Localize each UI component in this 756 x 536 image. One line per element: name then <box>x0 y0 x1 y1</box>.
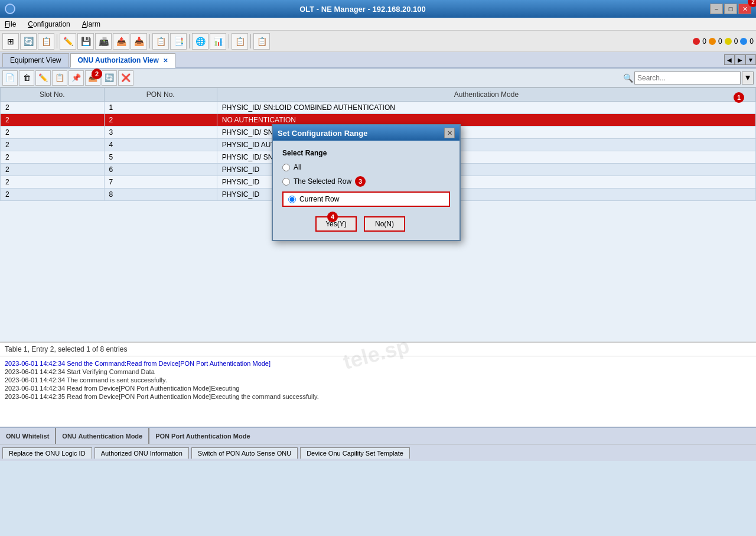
tab-prev-btn[interactable]: ◀ <box>724 54 735 65</box>
view-btn-new[interactable]: 📄 <box>2 70 18 86</box>
log-line: 2023-06-01 14:42:34 The command is sent … <box>5 376 751 384</box>
cell-slot: 2 <box>1 139 105 151</box>
view-btn-refresh[interactable]: 🔄 <box>102 70 117 86</box>
separator-3 <box>189 34 190 48</box>
search-area: 🔍 ▼ <box>623 72 754 85</box>
toolbar-btn-7[interactable]: 📤 <box>113 33 129 50</box>
cell-auth: PHYSIC_ID/ SN:LOID COMBINED AUTHENTICATI… <box>217 102 755 114</box>
table-header-row: Slot No. PON No. Authentication Mode <box>1 88 756 102</box>
tabs-bar: Equipment View ONU Authorization View ✕ … <box>0 52 756 69</box>
badge-1: 1 <box>734 92 744 103</box>
dialog-titlebar: Set Configuration Range ✕ <box>273 125 460 141</box>
toolbar-btn-4[interactable]: ✏️ <box>60 33 76 50</box>
toolbar-btn-5[interactable]: 💾 <box>77 33 94 50</box>
status-indicators: 0 0 0 0 <box>693 37 754 46</box>
search-icon: 🔍 <box>623 73 633 83</box>
radio-all-input[interactable] <box>282 164 290 171</box>
sub-tab-device[interactable]: Device Onu Capility Set Template <box>300 447 410 459</box>
bottom-tabs-row2: Replace the ONU Logic ID Authorized ONU … <box>0 444 756 462</box>
radio-current-row[interactable]: Current Row <box>282 191 450 207</box>
dialog-title: Set Configuration Range <box>278 129 367 138</box>
sub-tab-switch[interactable]: Switch of PON Auto Sense ONU <box>191 447 298 459</box>
tab-nav-arrows: ◀ ▶ ▼ <box>724 54 756 65</box>
cell-pon: 1 <box>104 102 217 114</box>
dialog-close-button[interactable]: ✕ <box>444 128 455 138</box>
status-yellow-count: 0 <box>734 37 738 46</box>
search-dropdown-btn[interactable]: ▼ <box>742 72 754 85</box>
separator-5 <box>250 34 251 48</box>
radio-all[interactable]: All <box>282 163 450 171</box>
sub-tab-replace[interactable]: Replace the ONU Logic ID <box>2 447 92 459</box>
status-bar: Table 1, Entry 2, selected 1 of 8 entrie… <box>0 342 756 356</box>
toolbar-btn-6[interactable]: 📠 <box>95 33 112 50</box>
bottom-tab-group-auth: ONU Authentication Mode <box>56 428 149 444</box>
view-toolbar: 📄 🗑 ✏️ 📋 📌 📤 2 🔄 ❌ 🔍 ▼ <box>0 69 756 87</box>
badge-1-container: 1 <box>734 92 744 103</box>
cell-slot: 2 <box>1 189 105 201</box>
radio-selected-row[interactable]: The Selected Row 3 <box>282 176 450 187</box>
tab-close-icon[interactable]: ✕ <box>163 57 168 64</box>
app-icon <box>5 4 15 14</box>
bottom-group-label-1: ONU Whitelist <box>2 431 53 441</box>
tab-dropdown-btn[interactable]: ▼ <box>745 54 756 65</box>
view-btn-paste[interactable]: 📌 <box>69 70 84 86</box>
tab-onu-auth-view[interactable]: ONU Authorization View ✕ 2 <box>70 53 176 68</box>
sub-tab-authorized[interactable]: Authorized ONU Information <box>94 447 189 459</box>
toolbar-btn-1[interactable]: ⊞ <box>2 33 19 50</box>
dialog-buttons: 4 Yes(Y) No(N) <box>282 216 450 232</box>
status-yellow <box>725 38 732 45</box>
toolbar-btn-14[interactable]: 📋 <box>253 33 270 50</box>
table-row[interactable]: 21PHYSIC_ID/ SN:LOID COMBINED AUTHENTICA… <box>1 102 756 114</box>
toolbar-btn-10[interactable]: 📑 <box>170 33 187 50</box>
cell-pon: 4 <box>104 139 217 151</box>
status-orange <box>709 38 716 45</box>
view-btn-edit[interactable]: ✏️ <box>35 70 51 86</box>
search-input[interactable] <box>634 72 741 85</box>
view-btn-delete[interactable]: 🗑 <box>19 70 34 86</box>
cell-slot: 2 <box>1 114 105 126</box>
toolbar-btn-8[interactable]: 📥 <box>131 33 147 50</box>
bottom-group-label-2: ONU Authentication Mode <box>58 431 146 441</box>
bottom-tabs-row1: ONU Whitelist ONU Authentication Mode PO… <box>0 428 756 444</box>
col-pon: PON No. <box>104 88 217 102</box>
radio-selected-input[interactable] <box>282 178 290 186</box>
toolbar-btn-3[interactable]: 📋 <box>38 33 54 50</box>
menu-bar: File Configuration Alarm <box>0 18 756 31</box>
toolbar-btn-12[interactable]: 📊 <box>210 33 226 50</box>
menu-configuration[interactable]: Configuration <box>25 20 72 29</box>
toolbar-btn-2[interactable]: 🔄 <box>20 33 37 50</box>
view-btn-delete2[interactable]: ❌ <box>118 70 133 86</box>
sub-tab-device-label: Device Onu Capility Set Template <box>307 450 403 457</box>
col-slot: Slot No. <box>1 88 105 102</box>
cell-slot: 2 <box>1 126 105 139</box>
bottom-tab-group-pon: PON Port Authentication Mode <box>149 428 256 444</box>
view-btn-copy[interactable]: 📋 <box>52 70 67 86</box>
radio-all-label: All <box>294 163 301 171</box>
radio-current-input[interactable] <box>288 196 296 203</box>
minimize-button[interactable]: − <box>710 4 723 14</box>
sub-tab-authorized-label: Authorized ONU Information <box>101 450 183 457</box>
menu-file[interactable]: File <box>2 20 18 29</box>
status-orange-count: 0 <box>718 37 722 46</box>
sub-tab-switch-label: Switch of PON Auto Sense ONU <box>198 450 291 457</box>
radio-selected-label: The Selected Row <box>294 177 351 186</box>
select-range-label: Select Range <box>282 149 450 157</box>
status-blue-count: 0 <box>750 37 754 46</box>
toolbar-btn-13[interactable]: 📋 <box>232 33 248 50</box>
separator-1 <box>57 34 57 48</box>
tab-next-btn[interactable]: ▶ <box>735 54 745 65</box>
window-controls: − □ ✕ <box>710 4 751 14</box>
radio-group: All The Selected Row 3 Current Row <box>282 163 450 207</box>
cell-pon: 7 <box>104 176 217 189</box>
toolbar-btn-11[interactable]: 🌐 <box>192 33 208 50</box>
maximize-button[interactable]: □ <box>724 4 737 14</box>
cell-slot: 2 <box>1 151 105 164</box>
no-button[interactable]: No(N) <box>364 216 405 232</box>
col-auth: Authentication Mode <box>217 88 755 102</box>
status-red <box>693 38 700 45</box>
view-btn-apply[interactable]: 📤 2 <box>85 70 100 86</box>
window-title: OLT - NE Manager - 192.168.20.100 <box>15 5 710 14</box>
menu-alarm[interactable]: Alarm <box>80 20 103 29</box>
tab-equipment-view[interactable]: Equipment View <box>2 53 69 67</box>
toolbar-btn-9[interactable]: 📋 <box>152 33 169 50</box>
